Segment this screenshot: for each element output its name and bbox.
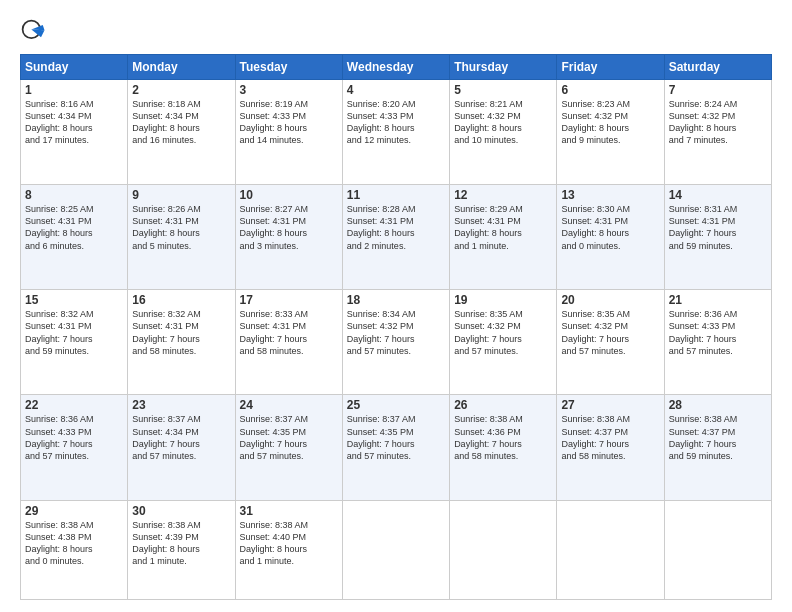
weekday-header-thursday: Thursday bbox=[450, 55, 557, 80]
cell-info: Sunrise: 8:34 AMSunset: 4:32 PMDaylight:… bbox=[347, 308, 445, 357]
day-number: 22 bbox=[25, 398, 123, 412]
cell-info: Sunrise: 8:25 AMSunset: 4:31 PMDaylight:… bbox=[25, 203, 123, 252]
calendar-cell: 22Sunrise: 8:36 AMSunset: 4:33 PMDayligh… bbox=[21, 395, 128, 500]
cell-info: Sunrise: 8:33 AMSunset: 4:31 PMDaylight:… bbox=[240, 308, 338, 357]
day-number: 28 bbox=[669, 398, 767, 412]
day-number: 13 bbox=[561, 188, 659, 202]
calendar-cell: 23Sunrise: 8:37 AMSunset: 4:34 PMDayligh… bbox=[128, 395, 235, 500]
calendar-cell: 30Sunrise: 8:38 AMSunset: 4:39 PMDayligh… bbox=[128, 500, 235, 599]
cell-info: Sunrise: 8:35 AMSunset: 4:32 PMDaylight:… bbox=[561, 308, 659, 357]
cell-info: Sunrise: 8:38 AMSunset: 4:37 PMDaylight:… bbox=[669, 413, 767, 462]
calendar-cell: 4Sunrise: 8:20 AMSunset: 4:33 PMDaylight… bbox=[342, 80, 449, 185]
cell-info: Sunrise: 8:37 AMSunset: 4:34 PMDaylight:… bbox=[132, 413, 230, 462]
calendar-cell: 29Sunrise: 8:38 AMSunset: 4:38 PMDayligh… bbox=[21, 500, 128, 599]
cell-info: Sunrise: 8:38 AMSunset: 4:37 PMDaylight:… bbox=[561, 413, 659, 462]
logo-icon bbox=[20, 18, 48, 46]
calendar-cell bbox=[342, 500, 449, 599]
day-number: 20 bbox=[561, 293, 659, 307]
day-number: 4 bbox=[347, 83, 445, 97]
calendar-cell: 14Sunrise: 8:31 AMSunset: 4:31 PMDayligh… bbox=[664, 185, 771, 290]
calendar-cell: 16Sunrise: 8:32 AMSunset: 4:31 PMDayligh… bbox=[128, 290, 235, 395]
calendar-cell: 26Sunrise: 8:38 AMSunset: 4:36 PMDayligh… bbox=[450, 395, 557, 500]
calendar-cell: 6Sunrise: 8:23 AMSunset: 4:32 PMDaylight… bbox=[557, 80, 664, 185]
cell-info: Sunrise: 8:35 AMSunset: 4:32 PMDaylight:… bbox=[454, 308, 552, 357]
header bbox=[20, 18, 772, 46]
day-number: 5 bbox=[454, 83, 552, 97]
calendar-cell: 25Sunrise: 8:37 AMSunset: 4:35 PMDayligh… bbox=[342, 395, 449, 500]
day-number: 6 bbox=[561, 83, 659, 97]
calendar-cell: 5Sunrise: 8:21 AMSunset: 4:32 PMDaylight… bbox=[450, 80, 557, 185]
cell-info: Sunrise: 8:32 AMSunset: 4:31 PMDaylight:… bbox=[25, 308, 123, 357]
calendar-cell: 21Sunrise: 8:36 AMSunset: 4:33 PMDayligh… bbox=[664, 290, 771, 395]
cell-info: Sunrise: 8:38 AMSunset: 4:36 PMDaylight:… bbox=[454, 413, 552, 462]
day-number: 23 bbox=[132, 398, 230, 412]
cell-info: Sunrise: 8:28 AMSunset: 4:31 PMDaylight:… bbox=[347, 203, 445, 252]
day-number: 15 bbox=[25, 293, 123, 307]
calendar-cell: 1Sunrise: 8:16 AMSunset: 4:34 PMDaylight… bbox=[21, 80, 128, 185]
day-number: 30 bbox=[132, 504, 230, 518]
weekday-header-tuesday: Tuesday bbox=[235, 55, 342, 80]
weekday-header-monday: Monday bbox=[128, 55, 235, 80]
cell-info: Sunrise: 8:19 AMSunset: 4:33 PMDaylight:… bbox=[240, 98, 338, 147]
page: SundayMondayTuesdayWednesdayThursdayFrid… bbox=[0, 0, 792, 612]
day-number: 2 bbox=[132, 83, 230, 97]
calendar-cell: 3Sunrise: 8:19 AMSunset: 4:33 PMDaylight… bbox=[235, 80, 342, 185]
cell-info: Sunrise: 8:27 AMSunset: 4:31 PMDaylight:… bbox=[240, 203, 338, 252]
day-number: 17 bbox=[240, 293, 338, 307]
day-number: 12 bbox=[454, 188, 552, 202]
day-number: 27 bbox=[561, 398, 659, 412]
cell-info: Sunrise: 8:30 AMSunset: 4:31 PMDaylight:… bbox=[561, 203, 659, 252]
calendar-cell: 11Sunrise: 8:28 AMSunset: 4:31 PMDayligh… bbox=[342, 185, 449, 290]
calendar-cell bbox=[557, 500, 664, 599]
calendar-cell: 31Sunrise: 8:38 AMSunset: 4:40 PMDayligh… bbox=[235, 500, 342, 599]
calendar-cell: 27Sunrise: 8:38 AMSunset: 4:37 PMDayligh… bbox=[557, 395, 664, 500]
cell-info: Sunrise: 8:24 AMSunset: 4:32 PMDaylight:… bbox=[669, 98, 767, 147]
calendar-week-row: 15Sunrise: 8:32 AMSunset: 4:31 PMDayligh… bbox=[21, 290, 772, 395]
day-number: 16 bbox=[132, 293, 230, 307]
weekday-header-row: SundayMondayTuesdayWednesdayThursdayFrid… bbox=[21, 55, 772, 80]
cell-info: Sunrise: 8:18 AMSunset: 4:34 PMDaylight:… bbox=[132, 98, 230, 147]
day-number: 21 bbox=[669, 293, 767, 307]
calendar-cell: 24Sunrise: 8:37 AMSunset: 4:35 PMDayligh… bbox=[235, 395, 342, 500]
calendar-week-row: 1Sunrise: 8:16 AMSunset: 4:34 PMDaylight… bbox=[21, 80, 772, 185]
weekday-header-friday: Friday bbox=[557, 55, 664, 80]
cell-info: Sunrise: 8:29 AMSunset: 4:31 PMDaylight:… bbox=[454, 203, 552, 252]
weekday-header-saturday: Saturday bbox=[664, 55, 771, 80]
calendar-cell: 2Sunrise: 8:18 AMSunset: 4:34 PMDaylight… bbox=[128, 80, 235, 185]
day-number: 19 bbox=[454, 293, 552, 307]
cell-info: Sunrise: 8:26 AMSunset: 4:31 PMDaylight:… bbox=[132, 203, 230, 252]
day-number: 25 bbox=[347, 398, 445, 412]
weekday-header-sunday: Sunday bbox=[21, 55, 128, 80]
calendar-cell: 8Sunrise: 8:25 AMSunset: 4:31 PMDaylight… bbox=[21, 185, 128, 290]
day-number: 24 bbox=[240, 398, 338, 412]
cell-info: Sunrise: 8:21 AMSunset: 4:32 PMDaylight:… bbox=[454, 98, 552, 147]
cell-info: Sunrise: 8:37 AMSunset: 4:35 PMDaylight:… bbox=[347, 413, 445, 462]
calendar-cell: 9Sunrise: 8:26 AMSunset: 4:31 PMDaylight… bbox=[128, 185, 235, 290]
cell-info: Sunrise: 8:20 AMSunset: 4:33 PMDaylight:… bbox=[347, 98, 445, 147]
day-number: 31 bbox=[240, 504, 338, 518]
cell-info: Sunrise: 8:36 AMSunset: 4:33 PMDaylight:… bbox=[25, 413, 123, 462]
calendar-cell: 19Sunrise: 8:35 AMSunset: 4:32 PMDayligh… bbox=[450, 290, 557, 395]
calendar-cell: 7Sunrise: 8:24 AMSunset: 4:32 PMDaylight… bbox=[664, 80, 771, 185]
calendar-cell: 15Sunrise: 8:32 AMSunset: 4:31 PMDayligh… bbox=[21, 290, 128, 395]
calendar-cell: 20Sunrise: 8:35 AMSunset: 4:32 PMDayligh… bbox=[557, 290, 664, 395]
day-number: 1 bbox=[25, 83, 123, 97]
logo bbox=[20, 18, 52, 46]
cell-info: Sunrise: 8:37 AMSunset: 4:35 PMDaylight:… bbox=[240, 413, 338, 462]
calendar-table: SundayMondayTuesdayWednesdayThursdayFrid… bbox=[20, 54, 772, 600]
day-number: 10 bbox=[240, 188, 338, 202]
calendar-cell: 28Sunrise: 8:38 AMSunset: 4:37 PMDayligh… bbox=[664, 395, 771, 500]
cell-info: Sunrise: 8:38 AMSunset: 4:38 PMDaylight:… bbox=[25, 519, 123, 568]
calendar-cell: 13Sunrise: 8:30 AMSunset: 4:31 PMDayligh… bbox=[557, 185, 664, 290]
cell-info: Sunrise: 8:36 AMSunset: 4:33 PMDaylight:… bbox=[669, 308, 767, 357]
calendar-week-row: 22Sunrise: 8:36 AMSunset: 4:33 PMDayligh… bbox=[21, 395, 772, 500]
calendar-cell: 18Sunrise: 8:34 AMSunset: 4:32 PMDayligh… bbox=[342, 290, 449, 395]
calendar-cell: 12Sunrise: 8:29 AMSunset: 4:31 PMDayligh… bbox=[450, 185, 557, 290]
day-number: 3 bbox=[240, 83, 338, 97]
cell-info: Sunrise: 8:16 AMSunset: 4:34 PMDaylight:… bbox=[25, 98, 123, 147]
cell-info: Sunrise: 8:38 AMSunset: 4:40 PMDaylight:… bbox=[240, 519, 338, 568]
calendar-week-row: 8Sunrise: 8:25 AMSunset: 4:31 PMDaylight… bbox=[21, 185, 772, 290]
cell-info: Sunrise: 8:32 AMSunset: 4:31 PMDaylight:… bbox=[132, 308, 230, 357]
day-number: 18 bbox=[347, 293, 445, 307]
weekday-header-wednesday: Wednesday bbox=[342, 55, 449, 80]
